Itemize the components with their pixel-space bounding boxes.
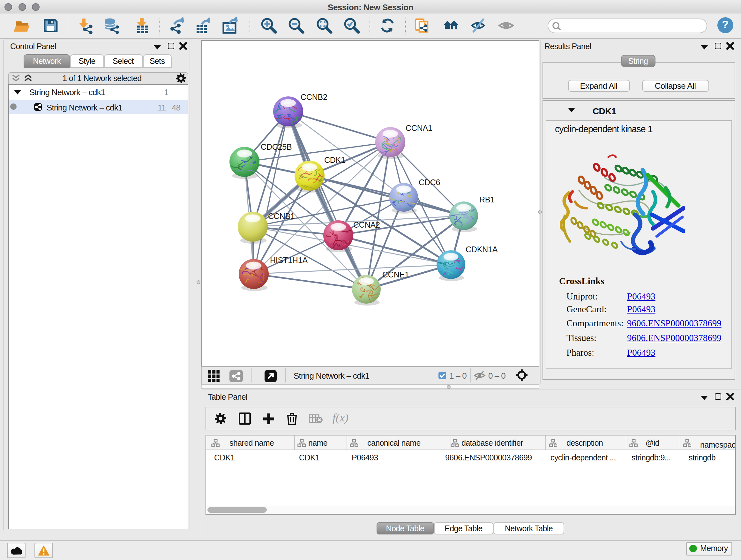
svg-text:CCNA2: CCNA2 [353, 220, 380, 229]
svg-text:CDK1: CDK1 [324, 155, 345, 164]
svg-text:CDC6: CDC6 [419, 178, 440, 186]
svg-text:CCNA1: CCNA1 [406, 123, 432, 132]
svg-text:HIST1H1A: HIST1H1A [270, 255, 308, 264]
svg-text:CDC25B: CDC25B [261, 142, 292, 151]
svg-text:CCNB1: CCNB1 [268, 211, 295, 220]
svg-text:CDKN1A: CDKN1A [466, 245, 498, 253]
svg-text:CCNB2: CCNB2 [300, 92, 327, 101]
svg-text:RB1: RB1 [479, 195, 495, 204]
svg-text:CCNE1: CCNE1 [382, 270, 409, 279]
